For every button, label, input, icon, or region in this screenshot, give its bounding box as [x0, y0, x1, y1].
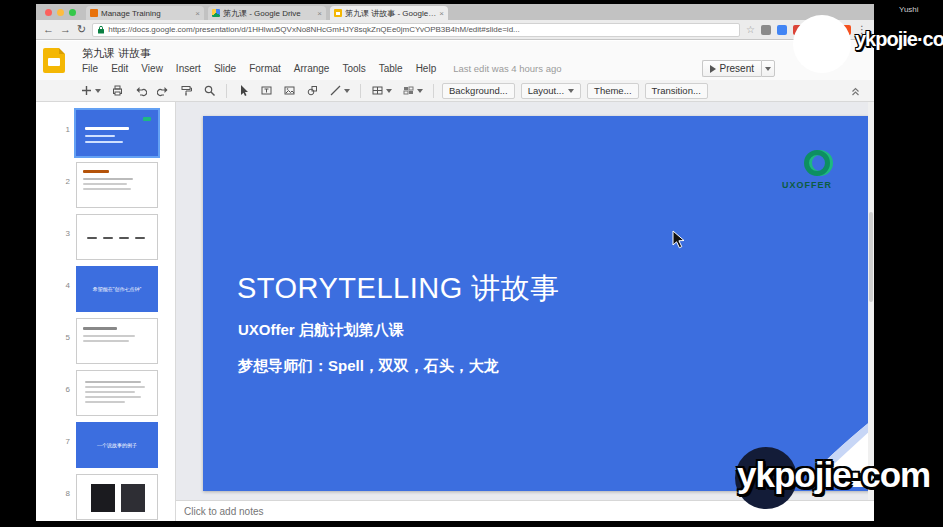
- slide-thumbnail-8[interactable]: [76, 474, 158, 520]
- drive-favicon: [212, 9, 220, 17]
- insert-image-button[interactable]: [281, 82, 298, 100]
- slide-number: 4: [58, 281, 70, 290]
- present-control: Present: [702, 60, 775, 77]
- menu-arrange[interactable]: Arrange: [292, 62, 332, 75]
- watermark-text-top: ykpojie·com: [855, 28, 943, 51]
- slide-number: 8: [58, 489, 70, 498]
- thumbnail-photo: [91, 484, 115, 512]
- paint-format-button[interactable]: [178, 82, 195, 100]
- chevron-down-icon: [344, 89, 350, 93]
- tab-slides-active[interactable]: 第九课 讲故事 - Google Sli... ×: [330, 6, 448, 20]
- redo-button[interactable]: [155, 82, 172, 100]
- menu-slide[interactable]: Slide: [212, 62, 238, 75]
- back-icon[interactable]: ←: [43, 24, 54, 35]
- forward-icon[interactable]: →: [60, 24, 71, 35]
- watermark-text-bottom: ykpojie·com: [737, 455, 930, 495]
- last-edit-status[interactable]: Last edit was 4 hours ago: [453, 63, 561, 74]
- chevron-down-icon: [386, 89, 392, 93]
- tab-close-icon[interactable]: ×: [195, 9, 200, 18]
- browser-window: Manage Training × 第九课 - Google Drive × 第…: [36, 4, 874, 521]
- bookmark-star-icon[interactable]: ☆: [746, 24, 755, 35]
- undo-button[interactable]: [132, 82, 149, 100]
- textbox-tool-button[interactable]: [258, 82, 275, 100]
- menu-file[interactable]: File: [80, 62, 100, 75]
- zoom-button[interactable]: [201, 82, 218, 100]
- slide-thumbnail-6[interactable]: [76, 370, 158, 416]
- line-tool-button[interactable]: [327, 82, 352, 100]
- watermark-circle: [793, 15, 851, 73]
- video-frame: Manage Training × 第九课 - Google Drive × 第…: [0, 0, 943, 527]
- slide-mentors-text[interactable]: 梦想导师们：Spell，双双，石头，大龙: [238, 357, 499, 376]
- shape-tool-button[interactable]: [304, 82, 321, 100]
- tab-manage-training[interactable]: Manage Training ×: [86, 6, 204, 20]
- close-window-icon[interactable]: [45, 9, 52, 16]
- slide-canvas: UXOFFER STORYTELLING 讲故事 UXOffer 启航计划第八课…: [176, 102, 874, 500]
- document-title[interactable]: 第九课 讲故事: [82, 46, 151, 61]
- menu-table[interactable]: Table: [377, 62, 405, 75]
- slide-thumbnail-2[interactable]: [76, 162, 158, 208]
- slide-thumbnail-3[interactable]: [76, 214, 158, 260]
- slide-thumbnail-4[interactable]: 希望能在"创作七点钟": [76, 266, 158, 312]
- slide-title-text[interactable]: STORYTELLING 讲故事: [237, 269, 560, 309]
- theme-button[interactable]: Theme...: [587, 83, 639, 99]
- extension-icon-blue[interactable]: [777, 25, 787, 35]
- menu-tools[interactable]: Tools: [340, 62, 367, 75]
- slide-filmstrip: 1 2: [36, 102, 176, 521]
- tab-close-icon[interactable]: ×: [317, 9, 322, 18]
- slide-thumbnail-row: 4 希望能在"创作七点钟": [36, 264, 175, 316]
- menu-format[interactable]: Format: [247, 62, 283, 75]
- transition-button[interactable]: Transition...: [645, 83, 708, 99]
- layout-button[interactable]: Layout...: [521, 83, 581, 99]
- slide-thumbnail-row: 3: [36, 212, 175, 264]
- uxoffer-logo: UXOFFER: [774, 150, 840, 190]
- slide-subtitle-text[interactable]: UXOffer 启航计划第八课: [238, 321, 404, 340]
- thumbnail-text: 一个说故事的例子: [77, 442, 157, 448]
- slide-thumbnail-1[interactable]: [76, 110, 158, 156]
- menu-bar: File Edit View Insert Slide Format Arran…: [80, 62, 561, 75]
- tab-strip: Manage Training × 第九课 - Google Drive × 第…: [36, 4, 874, 20]
- address-bar: ← → ↻ https://docs.google.com/presentati…: [36, 20, 874, 40]
- slide-thumbnail-row: 8: [36, 472, 175, 524]
- thumbnail-text: 希望能在"创作七点钟": [77, 286, 157, 292]
- collapse-toolbar-button[interactable]: [849, 84, 862, 97]
- present-button[interactable]: Present: [702, 60, 761, 77]
- play-icon: [710, 65, 716, 73]
- tab-google-drive[interactable]: 第九课 - Google Drive ×: [208, 6, 326, 20]
- tab-close-icon[interactable]: ×: [439, 9, 444, 18]
- uxoffer-logo-rings: [784, 150, 830, 178]
- user-name-label: Yushi: [899, 5, 919, 14]
- canvas-scrollbar[interactable]: [868, 102, 874, 500]
- slide-thumbnail-7[interactable]: 一个说故事的例子: [76, 422, 158, 468]
- current-slide[interactable]: UXOFFER STORYTELLING 讲故事 UXOffer 启航计划第八课…: [203, 116, 872, 491]
- new-slide-button[interactable]: [78, 82, 103, 100]
- google-slides-logo[interactable]: [43, 48, 65, 73]
- menu-edit[interactable]: Edit: [109, 62, 130, 75]
- url-field[interactable]: https://docs.google.com/presentation/d/1…: [92, 23, 740, 37]
- menu-help[interactable]: Help: [414, 62, 439, 75]
- lock-icon: [97, 25, 105, 34]
- select-tool-button[interactable]: [235, 82, 252, 100]
- slide-number: 1: [58, 125, 70, 134]
- menu-insert[interactable]: Insert: [174, 62, 203, 75]
- present-label: Present: [720, 63, 754, 74]
- present-dropdown-button[interactable]: [761, 60, 775, 77]
- slide-number: 2: [58, 177, 70, 186]
- zoom-window-icon[interactable]: [69, 9, 76, 16]
- tab-label: 第九课 - Google Drive: [223, 8, 314, 19]
- scrollbar-thumb[interactable]: [869, 212, 873, 302]
- minimize-window-icon[interactable]: [57, 9, 64, 16]
- background-button[interactable]: Background...: [442, 83, 515, 99]
- chevron-down-icon: [95, 89, 101, 93]
- tab-label: Manage Training: [101, 9, 192, 18]
- slides-header: 第九课 讲故事 File Edit View Insert Slide Form…: [36, 41, 874, 80]
- menu-view[interactable]: View: [139, 62, 165, 75]
- chart-tool-button[interactable]: [400, 82, 425, 100]
- tab-label: 第九课 讲故事 - Google Sli...: [345, 8, 436, 19]
- slide-number: 5: [58, 333, 70, 342]
- print-button[interactable]: [109, 82, 126, 100]
- slide-thumbnail-5[interactable]: [76, 318, 158, 364]
- reload-icon[interactable]: ↻: [77, 24, 86, 35]
- extension-icon-apps[interactable]: [761, 25, 771, 35]
- table-tool-button[interactable]: [369, 82, 394, 100]
- slide-thumbnail-row: 6: [36, 368, 175, 420]
